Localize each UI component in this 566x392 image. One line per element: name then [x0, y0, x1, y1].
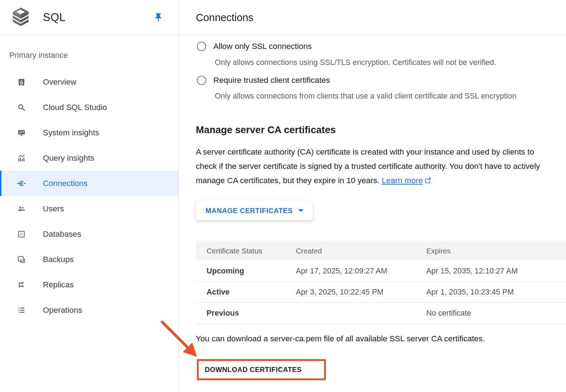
- radio-option-description: Only allows connections using SSL/TLS en…: [215, 58, 496, 67]
- annotation-highlight-box: DOWNLOAD CERTIFICATES: [197, 359, 326, 380]
- table-header-row: Certificate Status Created Expires: [196, 241, 566, 261]
- sidebar-item-label: Connections: [43, 179, 88, 188]
- manage-certificates-label: MANAGE CERTIFICATES: [205, 207, 293, 215]
- sidebar: SQL Primary instance Overview Cloud SQL …: [0, 0, 179, 392]
- query-insights-icon: [17, 154, 26, 162]
- sidebar-item-backups[interactable]: Backups: [0, 247, 178, 272]
- cell-created: Apr 17, 2025, 12:09:27 AM: [285, 267, 416, 276]
- page-header: Connections: [179, 0, 566, 35]
- system-insights-icon: [17, 129, 26, 137]
- cell-status: Upcoming: [196, 267, 285, 276]
- operations-icon: [17, 306, 26, 315]
- cell-expires: No certificate: [416, 309, 566, 318]
- sidebar-item-connections[interactable]: Connections: [0, 171, 178, 196]
- radio-option-label: Require trusted client certificates: [213, 76, 330, 85]
- radio-option-label: Allow only SSL connections: [213, 42, 312, 51]
- column-header-created: Created: [285, 247, 416, 255]
- sidebar-item-label: Databases: [43, 230, 81, 239]
- sidebar-item-system-insights[interactable]: System insights: [0, 120, 178, 145]
- radio-button-icon[interactable]: [197, 76, 206, 85]
- cell-expires: Apr 15, 2035, 12:10:27 AM: [416, 267, 566, 276]
- download-info-text: You can download a server-ca.pem file of…: [196, 334, 485, 343]
- sidebar-section-label: Primary instance: [9, 51, 178, 60]
- learn-more-link[interactable]: Learn more: [382, 176, 431, 185]
- external-link-icon: [424, 177, 431, 184]
- cloud-sql-logo-icon: [11, 7, 30, 28]
- ssl-option-require-client-certs[interactable]: Require trusted client certificates: [197, 76, 330, 85]
- learn-more-label: Learn more: [382, 176, 423, 185]
- section-title: Manage server CA certificates: [196, 124, 336, 136]
- sidebar-item-label: Backups: [43, 255, 74, 264]
- sidebar-item-query-insights[interactable]: Query insights: [0, 145, 178, 171]
- connections-icon: [17, 179, 26, 188]
- main-content: Connections Allow only SSL connections O…: [179, 0, 566, 392]
- cell-status: Active: [196, 288, 285, 297]
- backups-icon: [17, 255, 26, 264]
- databases-icon: [17, 230, 26, 238]
- manage-certificates-button[interactable]: MANAGE CERTIFICATES: [196, 201, 313, 221]
- section-description: A server certificate authority (CA) cert…: [196, 145, 549, 188]
- radio-button-icon[interactable]: [197, 42, 206, 51]
- sidebar-item-label: Operations: [43, 306, 82, 315]
- replicas-icon: [17, 281, 26, 289]
- ssl-option-allow-only-ssl[interactable]: Allow only SSL connections: [197, 42, 312, 51]
- sidebar-menu: Overview Cloud SQL Studio System insight…: [0, 69, 178, 323]
- sidebar-item-label: Query insights: [43, 154, 94, 163]
- cell-status: Previous: [196, 309, 285, 318]
- users-icon: [17, 205, 26, 213]
- overview-icon: [17, 78, 26, 86]
- sidebar-item-overview[interactable]: Overview: [0, 69, 178, 95]
- sidebar-item-label: Users: [43, 204, 64, 213]
- table-row: Previous No certificate: [196, 303, 566, 324]
- section-description-text: A server certificate authority (CA) cert…: [196, 147, 540, 185]
- sidebar-item-operations[interactable]: Operations: [0, 297, 178, 323]
- cell-expires: Apr 1, 2035, 10:23:45 PM: [416, 288, 566, 297]
- sidebar-header: SQL: [0, 0, 178, 35]
- certificates-table: Certificate Status Created Expires Upcom…: [196, 241, 566, 324]
- sidebar-item-replicas[interactable]: Replicas: [0, 272, 178, 297]
- column-header-certificate-status: Certificate Status: [196, 247, 285, 255]
- sidebar-item-users[interactable]: Users: [0, 196, 178, 221]
- sidebar-item-label: System insights: [43, 128, 99, 137]
- sidebar-item-label: Cloud SQL Studio: [43, 103, 107, 112]
- column-header-expires: Expires: [416, 247, 566, 255]
- sidebar-item-databases[interactable]: Databases: [0, 221, 178, 247]
- sidebar-item-cloud-sql-studio[interactable]: Cloud SQL Studio: [0, 95, 178, 120]
- sidebar-item-label: Overview: [43, 77, 76, 87]
- search-icon: [17, 103, 26, 112]
- sidebar-item-label: Replicas: [43, 280, 74, 290]
- table-row: Active Apr 3, 2025, 10:22:45 PM Apr 1, 2…: [196, 282, 566, 303]
- product-title: SQL: [43, 11, 66, 24]
- radio-option-description: Only allows connections from clients tha…: [215, 92, 516, 101]
- download-certificates-button[interactable]: DOWNLOAD CERTIFICATES: [199, 361, 324, 378]
- cell-created: Apr 3, 2025, 10:22:45 PM: [285, 288, 416, 297]
- chevron-down-icon: [298, 209, 303, 212]
- table-row: Upcoming Apr 17, 2025, 12:09:27 AM Apr 1…: [196, 261, 566, 282]
- page-title: Connections: [196, 0, 253, 35]
- pin-icon[interactable]: [153, 12, 163, 22]
